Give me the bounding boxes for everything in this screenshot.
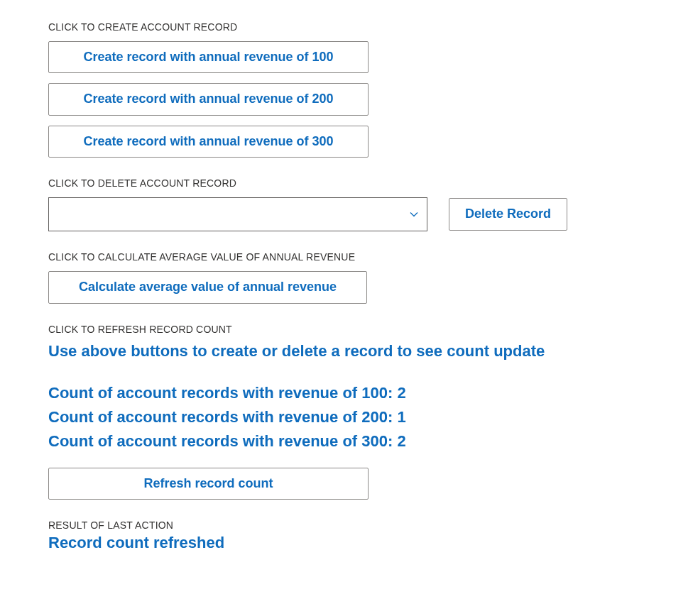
create-label: CLICK TO CREATE ACCOUNT RECORD [48, 21, 645, 33]
create-section: CLICK TO CREATE ACCOUNT RECORD Create re… [48, 21, 645, 158]
delete-record-button[interactable]: Delete Record [449, 198, 567, 230]
refresh-section: CLICK TO REFRESH RECORD COUNT Use above … [48, 324, 645, 500]
create-record-300-button[interactable]: Create record with annual revenue of 300 [48, 126, 369, 158]
refresh-info-text: Use above buttons to create or delete a … [48, 339, 645, 363]
chevron-down-icon [410, 211, 418, 217]
refresh-count-button[interactable]: Refresh record count [48, 468, 369, 500]
calculate-label: CLICK TO CALCULATE AVERAGE VALUE OF ANNU… [48, 251, 645, 263]
delete-select[interactable] [48, 197, 427, 231]
delete-row: Delete Record [48, 197, 645, 231]
count-100-text: Count of account records with revenue of… [48, 381, 645, 405]
result-label: RESULT OF LAST ACTION [48, 519, 645, 531]
create-record-100-button[interactable]: Create record with annual revenue of 100 [48, 41, 369, 73]
count-300-text: Count of account records with revenue of… [48, 429, 645, 453]
result-section: RESULT OF LAST ACTION Record count refre… [48, 519, 645, 552]
delete-section: CLICK TO DELETE ACCOUNT RECORD Delete Re… [48, 177, 645, 231]
delete-label: CLICK TO DELETE ACCOUNT RECORD [48, 177, 645, 189]
calculate-section: CLICK TO CALCULATE AVERAGE VALUE OF ANNU… [48, 251, 645, 303]
result-text: Record count refreshed [48, 534, 645, 552]
count-200-text: Count of account records with revenue of… [48, 405, 645, 429]
count-block: Count of account records with revenue of… [48, 381, 645, 453]
calculate-average-button[interactable]: Calculate average value of annual revenu… [48, 271, 367, 303]
create-record-200-button[interactable]: Create record with annual revenue of 200 [48, 83, 369, 115]
refresh-label: CLICK TO REFRESH RECORD COUNT [48, 324, 645, 335]
